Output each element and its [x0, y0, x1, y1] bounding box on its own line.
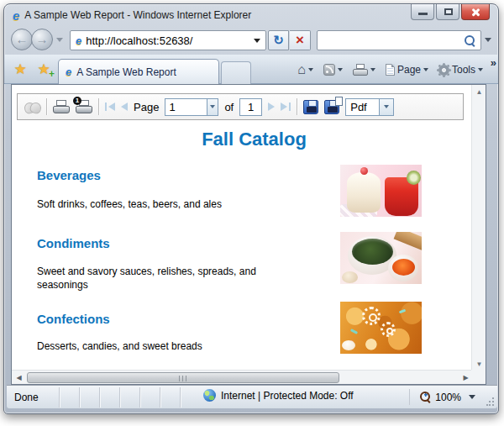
section-description: Sweet and savory sauces, relishes, sprea…	[37, 265, 306, 292]
minimize-icon	[418, 13, 428, 15]
save-icon	[303, 100, 318, 114]
previous-page-icon	[121, 103, 128, 111]
next-page-button[interactable]	[268, 103, 275, 111]
chevron-down-icon	[384, 105, 389, 108]
search-options-caret-icon[interactable]	[485, 38, 491, 42]
feeds-caret-icon[interactable]	[338, 68, 343, 71]
toolbar-separator	[98, 98, 99, 115]
url-box: e	[70, 30, 266, 50]
url-input[interactable]	[86, 34, 254, 47]
first-page-button[interactable]	[105, 103, 115, 111]
scrollbar-grip-icon	[179, 376, 187, 381]
vertical-scrollbar[interactable]: ▲ ▼	[471, 85, 486, 371]
zoom-control[interactable]: 100%	[409, 389, 475, 405]
add-plus-icon: +	[49, 70, 55, 78]
last-page-icon	[281, 103, 287, 111]
print-caret-icon[interactable]	[370, 68, 375, 71]
export-format-value: Pdf	[346, 99, 379, 115]
home-button[interactable]: ⌂	[294, 60, 317, 79]
export-open-button[interactable]	[324, 100, 339, 114]
forward-button[interactable]: →	[31, 29, 53, 50]
favorites-button[interactable]: ★	[9, 60, 31, 80]
section-description: Desserts, candies, and sweet breads	[37, 339, 306, 353]
resize-grip[interactable]	[486, 397, 495, 406]
horizontal-scrollbar-thumb[interactable]	[27, 372, 339, 383]
page-menu-button[interactable]: Page	[382, 61, 432, 78]
statusbar-cell	[160, 387, 180, 408]
recent-pages-dropdown[interactable]	[56, 38, 63, 42]
section-heading-condiments: Condiments	[37, 236, 110, 250]
export-format-combo: Pdf	[345, 98, 394, 116]
window-controls	[411, 4, 490, 20]
new-tab-stub[interactable]	[221, 61, 251, 84]
back-icon: ←	[16, 32, 29, 46]
add-favorite-button[interactable]: ★+	[33, 60, 55, 80]
rss-feed-icon	[323, 64, 335, 76]
statusbar-cell	[139, 387, 160, 408]
feeds-button[interactable]	[320, 61, 346, 78]
home-caret-icon[interactable]	[308, 68, 313, 71]
tab-title: A Sample Web Report	[76, 66, 176, 78]
page-label: Page	[134, 101, 159, 113]
command-bar: ⌂ Page Tools	[294, 59, 486, 81]
title-bar[interactable]: e A Sample Web Report - Windows Internet…	[4, 4, 498, 26]
export-save-button[interactable]	[303, 100, 318, 114]
browser-window: e A Sample Web Report - Windows Internet…	[3, 3, 499, 414]
security-zone: Internet | Protected Mode: Off	[203, 389, 354, 402]
printer-icon	[353, 64, 368, 76]
previous-page-button[interactable]	[121, 103, 128, 111]
security-zone-text: Internet | Protected Mode: Off	[221, 390, 354, 402]
report-title: Fall Catalog	[12, 129, 473, 150]
page-caret-icon	[423, 68, 428, 71]
status-bar: Done Internet | Protected Mode: Off 100%	[7, 385, 497, 408]
print-page-button[interactable]: 1	[76, 100, 92, 114]
refresh-button[interactable]: ↻	[268, 30, 289, 50]
print-button[interactable]	[349, 61, 379, 78]
zoom-magnifier-icon	[420, 392, 431, 402]
section-heading-confections: Confections	[37, 312, 110, 326]
last-page-button[interactable]	[281, 103, 291, 111]
toolbar-separator	[46, 98, 47, 115]
page-number-dropdown-button[interactable]	[207, 99, 218, 115]
window-title: A Sample Web Report - Windows Internet E…	[24, 9, 251, 21]
more-toolbar-chevron-icon[interactable]: »	[491, 56, 496, 69]
scroll-left-button[interactable]: ◀	[12, 371, 26, 385]
maximize-button[interactable]	[436, 4, 459, 20]
zoom-level: 100%	[435, 392, 461, 403]
print-report-button[interactable]	[53, 100, 70, 114]
section-heading-beverages: Beverages	[37, 168, 101, 182]
close-button[interactable]	[461, 4, 490, 20]
tab-favicon-icon: e	[66, 66, 71, 78]
back-button[interactable]: ←	[11, 29, 33, 50]
statusbar-cell	[119, 387, 139, 408]
url-dropdown-caret-icon[interactable]	[254, 39, 260, 43]
statusbar-cell	[59, 387, 79, 408]
of-label: of	[224, 101, 234, 113]
stop-button[interactable]: ×	[290, 30, 311, 50]
refresh-icon: ↻	[273, 33, 284, 47]
tools-menu-button[interactable]: Tools	[435, 61, 486, 78]
maximize-icon	[444, 8, 453, 15]
report-search-button[interactable]	[24, 102, 40, 113]
page-icon	[386, 64, 395, 76]
page-favicon-icon: e	[76, 34, 81, 47]
scrollbar-corner	[471, 370, 486, 384]
confections-photo	[340, 302, 422, 354]
zoom-caret-icon[interactable]	[469, 395, 475, 399]
home-icon: ⌂	[297, 63, 306, 76]
scroll-up-button[interactable]: ▲	[472, 85, 486, 99]
page-number-input[interactable]	[165, 99, 207, 115]
active-tab[interactable]: e A Sample Web Report	[58, 59, 219, 84]
minimize-button[interactable]	[411, 4, 434, 20]
search-input[interactable]	[318, 34, 465, 46]
export-format-dropdown-button[interactable]	[379, 99, 393, 115]
horizontal-scrollbar[interactable]: ◀ ▶	[12, 370, 473, 384]
tools-caret-icon	[478, 68, 483, 71]
internet-globe-icon	[203, 389, 216, 402]
first-page-icon	[108, 103, 115, 111]
search-icon[interactable]	[465, 35, 475, 46]
page-number-combo	[165, 98, 218, 116]
statusbar-cell	[180, 387, 200, 408]
statusbar-cell	[99, 387, 119, 408]
page-menu-label: Page	[397, 64, 421, 76]
